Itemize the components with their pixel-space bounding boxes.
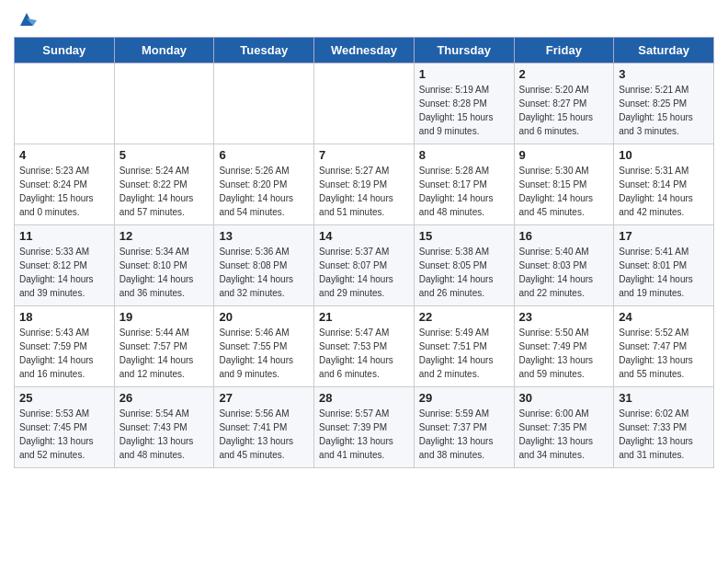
calendar-cell: 6Sunrise: 5:26 AM Sunset: 8:20 PM Daylig… <box>214 144 314 225</box>
header <box>14 9 714 29</box>
day-info: Sunrise: 5:23 AM Sunset: 8:24 PM Dayligh… <box>19 164 109 219</box>
calendar-cell: 26Sunrise: 5:54 AM Sunset: 7:43 PM Dayli… <box>114 387 214 468</box>
calendar-week-row: 1Sunrise: 5:19 AM Sunset: 8:28 PM Daylig… <box>15 63 714 144</box>
day-info: Sunrise: 5:46 AM Sunset: 7:55 PM Dayligh… <box>219 326 309 381</box>
day-info: Sunrise: 5:43 AM Sunset: 7:59 PM Dayligh… <box>19 326 109 381</box>
day-number: 23 <box>519 310 609 324</box>
day-number: 12 <box>119 229 210 243</box>
day-info: Sunrise: 5:28 AM Sunset: 8:17 PM Dayligh… <box>419 164 509 219</box>
day-number: 6 <box>219 148 309 162</box>
calendar-cell: 14Sunrise: 5:37 AM Sunset: 8:07 PM Dayli… <box>314 225 415 306</box>
day-number: 11 <box>19 229 109 243</box>
calendar-cell <box>314 63 415 144</box>
day-info: Sunrise: 5:20 AM Sunset: 8:27 PM Dayligh… <box>519 83 609 138</box>
day-number: 9 <box>519 148 609 162</box>
day-info: Sunrise: 5:53 AM Sunset: 7:45 PM Dayligh… <box>19 407 109 462</box>
calendar-header-monday: Monday <box>114 38 214 63</box>
day-info: Sunrise: 5:34 AM Sunset: 8:10 PM Dayligh… <box>119 245 210 300</box>
day-number: 2 <box>519 67 609 81</box>
day-info: Sunrise: 5:59 AM Sunset: 7:37 PM Dayligh… <box>419 407 509 462</box>
calendar-cell: 7Sunrise: 5:27 AM Sunset: 8:19 PM Daylig… <box>314 144 415 225</box>
calendar-week-row: 18Sunrise: 5:43 AM Sunset: 7:59 PM Dayli… <box>15 306 714 387</box>
calendar-cell: 24Sunrise: 5:52 AM Sunset: 7:47 PM Dayli… <box>614 306 714 387</box>
calendar-cell: 15Sunrise: 5:38 AM Sunset: 8:05 PM Dayli… <box>414 225 514 306</box>
day-number: 8 <box>419 148 509 162</box>
calendar-table: SundayMondayTuesdayWednesdayThursdayFrid… <box>14 37 714 468</box>
day-info: Sunrise: 5:50 AM Sunset: 7:49 PM Dayligh… <box>519 326 609 381</box>
calendar-cell: 17Sunrise: 5:41 AM Sunset: 8:01 PM Dayli… <box>614 225 714 306</box>
day-info: Sunrise: 5:40 AM Sunset: 8:03 PM Dayligh… <box>519 245 609 300</box>
day-number: 27 <box>219 391 309 405</box>
day-number: 7 <box>319 148 409 162</box>
day-info: Sunrise: 5:41 AM Sunset: 8:01 PM Dayligh… <box>619 245 709 300</box>
calendar-cell: 29Sunrise: 5:59 AM Sunset: 7:37 PM Dayli… <box>414 387 514 468</box>
logo <box>14 9 37 29</box>
calendar-cell: 27Sunrise: 5:56 AM Sunset: 7:41 PM Dayli… <box>214 387 314 468</box>
calendar-cell: 28Sunrise: 5:57 AM Sunset: 7:39 PM Dayli… <box>314 387 415 468</box>
calendar-cell: 31Sunrise: 6:02 AM Sunset: 7:33 PM Dayli… <box>614 387 714 468</box>
day-number: 10 <box>619 148 709 162</box>
calendar-cell: 11Sunrise: 5:33 AM Sunset: 8:12 PM Dayli… <box>15 225 115 306</box>
calendar-cell <box>15 63 115 144</box>
day-info: Sunrise: 5:24 AM Sunset: 8:22 PM Dayligh… <box>119 164 210 219</box>
calendar-cell: 30Sunrise: 6:00 AM Sunset: 7:35 PM Dayli… <box>514 387 614 468</box>
calendar-header-saturday: Saturday <box>614 38 714 63</box>
day-info: Sunrise: 6:00 AM Sunset: 7:35 PM Dayligh… <box>519 407 609 462</box>
calendar-cell: 16Sunrise: 5:40 AM Sunset: 8:03 PM Dayli… <box>514 225 614 306</box>
day-info: Sunrise: 5:47 AM Sunset: 7:53 PM Dayligh… <box>319 326 409 381</box>
calendar-cell: 22Sunrise: 5:49 AM Sunset: 7:51 PM Dayli… <box>414 306 514 387</box>
calendar-header-row: SundayMondayTuesdayWednesdayThursdayFrid… <box>15 38 714 63</box>
calendar-cell: 23Sunrise: 5:50 AM Sunset: 7:49 PM Dayli… <box>514 306 614 387</box>
day-number: 17 <box>619 229 709 243</box>
day-info: Sunrise: 6:02 AM Sunset: 7:33 PM Dayligh… <box>619 407 709 462</box>
day-number: 24 <box>619 310 709 324</box>
day-info: Sunrise: 5:38 AM Sunset: 8:05 PM Dayligh… <box>419 245 509 300</box>
day-info: Sunrise: 5:37 AM Sunset: 8:07 PM Dayligh… <box>319 245 409 300</box>
day-info: Sunrise: 5:21 AM Sunset: 8:25 PM Dayligh… <box>619 83 709 138</box>
day-info: Sunrise: 5:19 AM Sunset: 8:28 PM Dayligh… <box>419 83 509 138</box>
calendar-cell: 12Sunrise: 5:34 AM Sunset: 8:10 PM Dayli… <box>114 225 214 306</box>
calendar-week-row: 4Sunrise: 5:23 AM Sunset: 8:24 PM Daylig… <box>15 144 714 225</box>
calendar-cell: 9Sunrise: 5:30 AM Sunset: 8:15 PM Daylig… <box>514 144 614 225</box>
calendar-week-row: 11Sunrise: 5:33 AM Sunset: 8:12 PM Dayli… <box>15 225 714 306</box>
day-number: 22 <box>419 310 509 324</box>
page-container: SundayMondayTuesdayWednesdayThursdayFrid… <box>0 0 728 477</box>
day-number: 16 <box>519 229 609 243</box>
day-number: 19 <box>119 310 210 324</box>
day-number: 25 <box>19 391 109 405</box>
calendar-header-friday: Friday <box>514 38 614 63</box>
calendar-cell: 2Sunrise: 5:20 AM Sunset: 8:27 PM Daylig… <box>514 63 614 144</box>
calendar-header-thursday: Thursday <box>414 38 514 63</box>
calendar-cell: 13Sunrise: 5:36 AM Sunset: 8:08 PM Dayli… <box>214 225 314 306</box>
day-info: Sunrise: 5:49 AM Sunset: 7:51 PM Dayligh… <box>419 326 509 381</box>
day-number: 29 <box>419 391 509 405</box>
day-number: 14 <box>319 229 409 243</box>
day-number: 4 <box>19 148 109 162</box>
day-number: 3 <box>619 67 709 81</box>
day-number: 30 <box>519 391 609 405</box>
logo-icon <box>17 9 37 29</box>
day-info: Sunrise: 5:36 AM Sunset: 8:08 PM Dayligh… <box>219 245 309 300</box>
calendar-header-wednesday: Wednesday <box>314 38 415 63</box>
day-info: Sunrise: 5:30 AM Sunset: 8:15 PM Dayligh… <box>519 164 609 219</box>
day-info: Sunrise: 5:26 AM Sunset: 8:20 PM Dayligh… <box>219 164 309 219</box>
day-number: 15 <box>419 229 509 243</box>
calendar-cell: 8Sunrise: 5:28 AM Sunset: 8:17 PM Daylig… <box>414 144 514 225</box>
calendar-cell: 3Sunrise: 5:21 AM Sunset: 8:25 PM Daylig… <box>614 63 714 144</box>
day-info: Sunrise: 5:33 AM Sunset: 8:12 PM Dayligh… <box>19 245 109 300</box>
calendar-header-tuesday: Tuesday <box>214 38 314 63</box>
calendar-body: 1Sunrise: 5:19 AM Sunset: 8:28 PM Daylig… <box>15 63 714 468</box>
day-number: 28 <box>319 391 409 405</box>
day-number: 1 <box>419 67 509 81</box>
calendar-cell <box>214 63 314 144</box>
calendar-cell: 25Sunrise: 5:53 AM Sunset: 7:45 PM Dayli… <box>15 387 115 468</box>
calendar-cell <box>114 63 214 144</box>
day-info: Sunrise: 5:57 AM Sunset: 7:39 PM Dayligh… <box>319 407 409 462</box>
calendar-header-sunday: Sunday <box>15 38 115 63</box>
day-number: 13 <box>219 229 309 243</box>
calendar-cell: 20Sunrise: 5:46 AM Sunset: 7:55 PM Dayli… <box>214 306 314 387</box>
calendar-cell: 5Sunrise: 5:24 AM Sunset: 8:22 PM Daylig… <box>114 144 214 225</box>
calendar-cell: 10Sunrise: 5:31 AM Sunset: 8:14 PM Dayli… <box>614 144 714 225</box>
calendar-cell: 21Sunrise: 5:47 AM Sunset: 7:53 PM Dayli… <box>314 306 415 387</box>
day-info: Sunrise: 5:27 AM Sunset: 8:19 PM Dayligh… <box>319 164 409 219</box>
